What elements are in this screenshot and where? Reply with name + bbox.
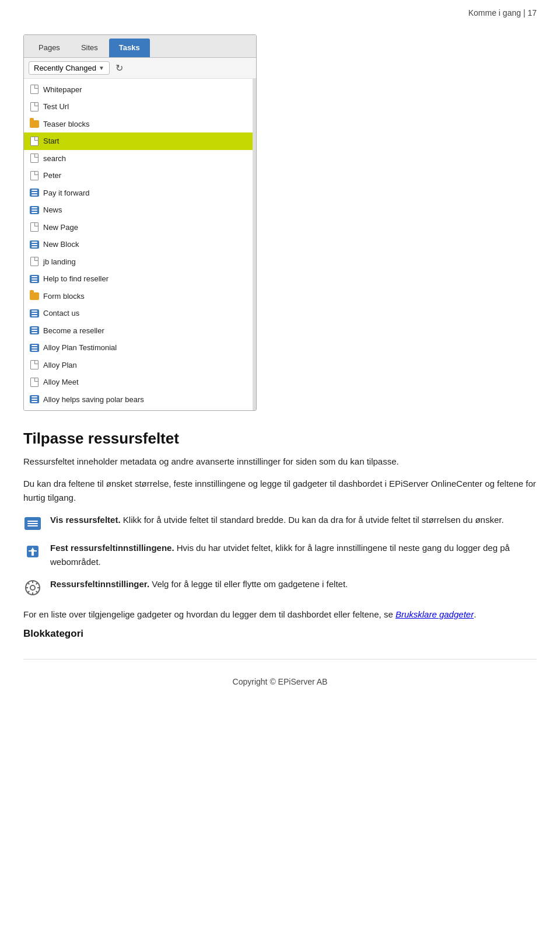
pin-icon: [23, 542, 42, 561]
info-text-ressurs: Ressursfeltinnstillinger. Velg for å leg…: [50, 577, 348, 591]
refresh-button[interactable]: ↻: [113, 61, 125, 75]
tree-item-label: Peter: [43, 170, 61, 182]
tree-item-3[interactable]: Teaser blocks: [24, 116, 253, 133]
page-icon: [30, 137, 39, 146]
tree-item-label: Whitepaper: [43, 84, 82, 96]
vis-icon: [23, 514, 42, 533]
tree-item-11[interactable]: jb landing: [24, 253, 253, 271]
page-icon: [30, 153, 39, 163]
tab-sites[interactable]: Sites: [71, 39, 108, 57]
footer-paragraph: For en liste over tilgjengelige gadgeter…: [23, 608, 537, 622]
block-icon: [30, 188, 39, 197]
info-text-fest: Fest ressursfeltinnstillingene. Hvis du …: [50, 541, 537, 569]
tree-item-4[interactable]: Start: [24, 132, 253, 150]
tree-item-1[interactable]: Whitepaper: [24, 81, 253, 99]
tree-item-label: Start: [43, 135, 59, 147]
page-icon: [30, 257, 39, 266]
tab-tasks[interactable]: Tasks: [109, 39, 150, 57]
block-icon: [30, 343, 39, 353]
svg-line-7: [28, 583, 30, 585]
footer-text: For en liste over tilgjengelige gadgeter…: [23, 609, 393, 619]
footer-link[interactable]: Bruksklare gadgeter: [396, 609, 474, 619]
recently-changed-label: Recently Changed: [34, 64, 96, 72]
block-icon: [30, 240, 39, 249]
copyright: Copyright © EPiServer AB: [23, 659, 537, 697]
tree-item-10[interactable]: New Block: [24, 236, 253, 253]
tree-item-label: Alloy helps saving polar bears: [43, 394, 144, 406]
tree-item-9[interactable]: New Page: [24, 219, 253, 236]
info-rows: Vis ressursfeltet. Klikk for å utvide fe…: [23, 513, 537, 597]
tree-item-label: New Block: [43, 239, 79, 250]
tree-item-8[interactable]: News: [24, 201, 253, 219]
gear-icon: [23, 578, 42, 597]
page-label: Komme i gang | 17: [468, 8, 537, 18]
page-icon: [30, 360, 39, 369]
tree-item-label: Form blocks: [43, 291, 85, 302]
tree-item-label: Teaser blocks: [43, 118, 89, 130]
section-intro1: Ressursfeltet inneholder metadata og and…: [23, 455, 537, 469]
tree-item-label: New Page: [43, 222, 78, 233]
tree-item-6[interactable]: Peter: [24, 167, 253, 184]
tree-item-label: Alloy Meet: [43, 376, 79, 388]
tree-item-12[interactable]: Help to find reseller: [24, 270, 253, 288]
tree-item-17[interactable]: Alloy Plan: [24, 357, 253, 374]
tree-item-18[interactable]: Alloy Meet: [24, 374, 253, 391]
page-icon: [30, 222, 39, 232]
tab-bar: Pages Sites Tasks: [24, 35, 256, 58]
section2-title: Blokkategori: [23, 626, 537, 641]
ui-panel: Pages Sites Tasks Recently Changed ▼ ↻ W…: [23, 34, 257, 411]
tree-item-19[interactable]: Alloy helps saving polar bears: [24, 391, 253, 409]
page-icon: [30, 378, 39, 387]
tree-item-15[interactable]: Become a reseller: [24, 322, 253, 340]
folder-icon: [30, 291, 39, 301]
tree-item-13[interactable]: Form blocks: [24, 288, 253, 305]
tree-item-label: News: [43, 204, 62, 216]
block-icon: [30, 395, 39, 404]
section-intro2: Du kan dra feltene til ønsket størrelse,…: [23, 477, 537, 505]
info-row-fest: Fest ressursfeltinnstillingene. Hvis du …: [23, 541, 537, 569]
tree-item-label: Become a reseller: [43, 325, 104, 337]
tree-item-label: jb landing: [43, 256, 76, 268]
tree-item-16[interactable]: Alloy Plan Testimonial: [24, 339, 253, 357]
dropdown-arrow: ▼: [99, 65, 104, 71]
info-row-ressurs: Ressursfeltinnstillinger. Velg for å leg…: [23, 577, 537, 597]
tree-item-label: Contact us: [43, 308, 79, 319]
tree-item-2[interactable]: Test Url: [24, 98, 253, 116]
block-icon: [30, 205, 39, 215]
tree-item-label: search: [43, 153, 66, 165]
svg-line-9: [36, 583, 38, 585]
tree-item-label: Pay it forward: [43, 187, 89, 199]
block-icon: [30, 326, 39, 335]
page-icon: [30, 85, 39, 94]
page-header: Komme i gang | 17: [23, 0, 537, 24]
tab-pages[interactable]: Pages: [29, 39, 70, 57]
recently-changed-button[interactable]: Recently Changed ▼: [29, 61, 110, 75]
svg-point-2: [30, 585, 35, 590]
info-text-vis: Vis ressursfeltet. Klikk for å utvide fe…: [50, 513, 504, 527]
tree-item-5[interactable]: search: [24, 150, 253, 168]
section-title: Tilpasse ressursfeltet: [23, 427, 537, 450]
tree-item-14[interactable]: Contact us: [24, 305, 253, 322]
page-icon: [30, 171, 39, 180]
tree-item-label: Alloy Plan: [43, 360, 77, 371]
page-icon: [30, 102, 39, 111]
toolbar: Recently Changed ▼ ↻: [24, 58, 256, 79]
info-row-vis: Vis ressursfeltet. Klikk for å utvide fe…: [23, 513, 537, 533]
folder-icon: [30, 119, 39, 128]
block-icon: [30, 309, 39, 318]
tree-item-label: Help to find reseller: [43, 273, 108, 285]
block-icon: [30, 274, 39, 284]
svg-line-8: [36, 591, 38, 593]
copyright-text: Copyright © EPiServer AB: [233, 677, 328, 686]
tree-item-7[interactable]: Pay it forward: [24, 184, 253, 202]
tree-item-label: Alloy Plan Testimonial: [43, 342, 117, 354]
tree-item-label: Test Url: [43, 101, 69, 113]
tree-list: WhitepaperTest UrlTeaser blocksStartsear…: [24, 79, 256, 411]
svg-line-10: [28, 591, 30, 593]
